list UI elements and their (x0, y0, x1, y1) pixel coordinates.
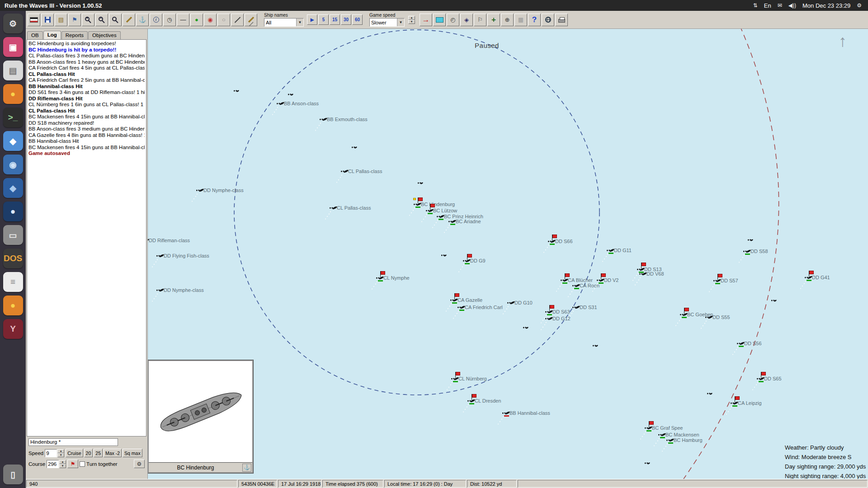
course-label: Course (28, 461, 45, 467)
red-marker-button[interactable]: ◉ (204, 14, 217, 26)
draw-line-button[interactable] (123, 14, 135, 26)
dock-dosbox[interactable]: DOS (3, 249, 23, 268)
signal-flags-button[interactable]: ⚑ (68, 14, 81, 26)
advance-turn-button[interactable]: → (420, 14, 432, 26)
mail-icon[interactable]: ✉ (778, 2, 782, 9)
turn-together-checkbox[interactable] (80, 461, 85, 467)
flag-icon (430, 204, 430, 210)
clock[interactable]: Mon Dec 23 23:29 (802, 2, 850, 9)
battle-log[interactable]: BC Hindenburg is avoiding torpedoes!BC H… (27, 39, 146, 436)
speed-preset-button[interactable]: Cruise (66, 449, 83, 457)
tactical-map[interactable]: Paused ↑ BB Anson-class BB Exmouth-class (148, 29, 868, 479)
speed-preset-button[interactable]: Max -2 (104, 449, 122, 457)
spin-up-icon[interactable]: ▲ (59, 460, 66, 464)
time-step-button[interactable]: 30 (341, 14, 351, 25)
save-button[interactable] (41, 14, 54, 26)
time-step-button[interactable]: 5 (318, 14, 329, 25)
time-jump-button[interactable]: ◴ (447, 14, 459, 26)
speed-preset-button[interactable]: 20 (84, 449, 93, 457)
formation-button[interactable]: ◈ (460, 14, 473, 26)
ruler-button[interactable] (231, 14, 244, 26)
spin-down-icon[interactable]: ▼ (59, 464, 66, 468)
plot-course-button[interactable] (245, 14, 257, 26)
speed-preset-button[interactable]: 25 (94, 449, 103, 457)
dock-keyring[interactable]: ● (3, 202, 23, 221)
flag-plot-button[interactable]: ⚑ (67, 460, 78, 468)
updown-arrows-icon[interactable]: ⇅ (753, 2, 758, 9)
dock-settings[interactable]: ⚙ (3, 14, 23, 33)
ship-label: DD G12 (552, 316, 571, 321)
flag-icon (809, 271, 809, 277)
toolbar-button-icon: ○ (222, 16, 226, 23)
zoom-select-button[interactable] (109, 14, 122, 26)
spin-up-icon[interactable]: ▲ (408, 16, 415, 20)
zoom-out-button[interactable] (95, 14, 108, 26)
time-step-button[interactable]: 15 (330, 14, 340, 25)
chevron-down-icon[interactable]: ▼ (296, 19, 303, 26)
division-flags-button[interactable]: ⚐ (474, 14, 486, 26)
time-step-button[interactable]: ▶ (307, 14, 317, 25)
dock-terminal[interactable]: >_ (3, 108, 23, 127)
ship-label: DD Nymphe-class (164, 287, 204, 293)
game-speed-label: Game speed (369, 13, 405, 18)
info-button[interactable]: i (150, 14, 162, 26)
session-menu-icon[interactable]: ⚙ (857, 2, 862, 9)
course-input[interactable] (47, 460, 59, 468)
status-bar (668, 442, 673, 444)
web-button[interactable] (542, 14, 554, 26)
spin-down-icon[interactable]: ▼ (408, 20, 415, 24)
grey-marker-button[interactable]: ○ (217, 14, 230, 26)
dock-package[interactable]: ◆ (3, 178, 23, 198)
minimap-button[interactable] (433, 14, 446, 26)
anchor-button[interactable]: ⚓ (136, 14, 149, 26)
game-speed-select[interactable]: Slower ▼ (369, 18, 405, 27)
disabled-button[interactable]: ▦ (514, 14, 527, 26)
trash-icon[interactable]: ▯ (3, 465, 23, 484)
dash-button[interactable]: — (177, 14, 189, 26)
ship-label: CL Dresden (475, 398, 501, 404)
speed-label: Speed (28, 450, 43, 456)
clock-button[interactable]: ◷ (163, 14, 176, 26)
tab[interactable]: Reports (61, 31, 88, 39)
gear-icon[interactable]: ⚙ (134, 460, 145, 468)
tab[interactable]: Log (43, 31, 61, 39)
dock-files[interactable]: ▤ (3, 61, 23, 80)
ship-label: BB Exmouth-class (327, 117, 368, 122)
orders-button[interactable]: ▤ (55, 14, 67, 26)
tab[interactable]: OB (27, 31, 43, 39)
spin-up-icon[interactable]: ▲ (57, 449, 64, 453)
flag-icon (418, 197, 418, 203)
plot-button[interactable]: + (487, 14, 500, 26)
time-step-button[interactable]: 60 (352, 14, 363, 25)
toolbar-button-icon: → (422, 15, 430, 24)
game-logo-button[interactable] (28, 14, 40, 26)
ship-topdown-view (149, 361, 252, 462)
speed-input[interactable] (45, 449, 57, 457)
volume-icon[interactable]: ◀)) (788, 2, 796, 9)
dock-wine[interactable]: Y (3, 319, 23, 339)
system-tray: ⇅ En ✉ ◀)) Mon Dec 23 23:29 ⚙ (753, 2, 868, 9)
log-message: DD Rifleman-class Hit (28, 96, 145, 102)
dock-firefox-2[interactable]: ● (3, 296, 23, 315)
dock-software-updater[interactable]: ◆ (3, 131, 23, 151)
target-button[interactable]: ⊕ (501, 14, 514, 26)
dock-browser[interactable]: ◉ (3, 155, 23, 174)
chevron-down-icon[interactable]: ▼ (397, 19, 404, 26)
help-button[interactable]: ? (528, 14, 541, 26)
ship-label: DD S57 (721, 278, 738, 283)
spin-down-icon[interactable]: ▼ (57, 453, 64, 457)
anchor-icon[interactable]: ⚓ (242, 464, 251, 472)
green-marker-button[interactable]: ● (190, 14, 203, 26)
ship-names-select[interactable]: All ▼ (264, 18, 304, 27)
zoom-in-button[interactable] (82, 14, 94, 26)
dock-software-store[interactable]: ▣ (3, 37, 23, 57)
app-icon: DOS (4, 253, 22, 263)
keyboard-layout-indicator[interactable]: En (764, 2, 771, 9)
tab[interactable]: Objectives (88, 31, 121, 39)
dock-archive[interactable]: ▭ (3, 225, 23, 245)
dock-firefox[interactable]: ● (3, 84, 23, 104)
speed-preset-button[interactable]: Sq max (123, 449, 142, 457)
dock-text-editor[interactable]: ≡ (3, 272, 23, 292)
print-button[interactable] (555, 14, 568, 26)
flag-icon (549, 305, 550, 311)
